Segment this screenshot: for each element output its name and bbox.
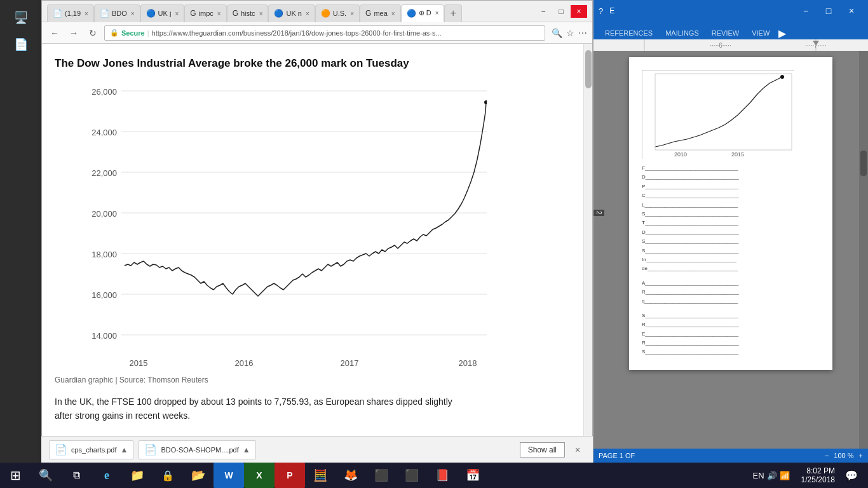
taskbar-app3-button[interactable]: ⬛: [397, 463, 427, 488]
word-sidebar-icon-1[interactable]: 🖥️: [6, 5, 36, 30]
download-bar-close-button[interactable]: ×: [570, 442, 585, 458]
browser-tab-4[interactable]: G impc ×: [184, 4, 226, 22]
taskbar-excel-button[interactable]: X: [244, 463, 275, 488]
more-options-icon[interactable]: ⋯: [578, 28, 587, 38]
word-scrollbar-track[interactable]: [859, 51, 868, 449]
tab-5-label: histc: [241, 10, 255, 17]
tab-mailings[interactable]: MAILINGS: [659, 27, 705, 39]
browser-tab-7[interactable]: 🟠 U.S. ×: [315, 4, 360, 22]
taskbar-firefox-button[interactable]: 🦊: [336, 463, 366, 488]
svg-text:2018: 2018: [459, 358, 477, 368]
browser-tab-9[interactable]: 🔵 ⊕ D ×: [401, 4, 445, 22]
word-doc-chart: 2010 2015: [642, 70, 794, 159]
browser-close-button[interactable]: ×: [571, 5, 587, 18]
address-field[interactable]: 🔒 Secure | https://www.theguardian.com/b…: [104, 25, 545, 41]
download-item-1[interactable]: 📄 cps_charts.pdf ▲: [49, 440, 133, 459]
address-bar: ← → ↻ 🔒 Secure | https://www.theguardian…: [42, 22, 592, 44]
ribbon-more-icon[interactable]: ▶: [778, 27, 786, 39]
taskbar-app2-button[interactable]: ⬛: [366, 463, 397, 488]
taskbar-word-button[interactable]: W: [214, 463, 244, 488]
tab-references[interactable]: REFERENCES: [599, 27, 659, 39]
browser-window: 📄 (1,19 × 📄 BDO × 🔵 UK j × G impc × G: [41, 0, 593, 463]
taskbar-explorer-button[interactable]: 📁: [122, 463, 153, 488]
word-window: ? E − □ × REFERENCES MAILINGS REVIEW VIE…: [593, 0, 868, 463]
svg-text:2010: 2010: [674, 151, 687, 158]
tab-view[interactable]: VIEW: [745, 27, 776, 39]
language-indicator[interactable]: EN: [753, 471, 764, 480]
word-status-bar: PAGE 1 OF − 100 % +: [593, 449, 868, 463]
word-titlebar: ? E − □ ×: [593, 0, 868, 22]
word-restore-button[interactable]: □: [817, 0, 840, 22]
word-doc-text: F_________________________________ D____…: [642, 164, 820, 357]
new-tab-button[interactable]: +: [444, 4, 461, 22]
tab-7-icon: 🟠: [321, 9, 330, 18]
tab-9-close[interactable]: ×: [435, 10, 439, 17]
word-close-button[interactable]: ×: [840, 0, 863, 22]
taskbar-clock[interactable]: 8:02 PM 1/25/2018: [795, 466, 841, 484]
tab-7-close[interactable]: ×: [350, 10, 354, 17]
notification-area: EN 🔊 📶: [748, 471, 795, 480]
search-icon[interactable]: 🔍: [552, 28, 562, 38]
browser-tab-8[interactable]: G mea ×: [360, 4, 401, 22]
tab-4-close[interactable]: ×: [217, 10, 221, 17]
volume-icon[interactable]: 🔊: [767, 471, 777, 480]
browser-tab-5[interactable]: G histc ×: [227, 4, 269, 22]
word-app-icon: ?: [599, 6, 603, 16]
taskbar-acrobat-button[interactable]: 📕: [427, 463, 458, 488]
tab-4-label: impc: [199, 10, 214, 17]
forward-button[interactable]: →: [66, 25, 81, 41]
tab-8-icon: G: [365, 9, 371, 18]
taskbar-edge-button[interactable]: e: [92, 463, 122, 488]
tab-2-icon: 📄: [100, 9, 109, 18]
download-item-2[interactable]: 📄 BDO-SOA-SHOPM....pdf ▲: [139, 440, 255, 459]
zoom-out-button[interactable]: −: [825, 452, 829, 459]
download-bar: 📄 cps_charts.pdf ▲ 📄 BDO-SOA-SHOPM....pd…: [41, 436, 593, 463]
word-minimize-button[interactable]: −: [794, 0, 817, 22]
taskbar-app-button-1[interactable]: 📂: [183, 463, 214, 488]
pdf-icon-2: 📄: [144, 444, 157, 456]
pdf-icon-1: 📄: [55, 444, 67, 456]
start-button[interactable]: ⊞: [0, 463, 31, 488]
word-scrollbar-thumb[interactable]: [860, 151, 867, 176]
tab-3-close[interactable]: ×: [175, 10, 179, 17]
download-chevron-2[interactable]: ▲: [243, 445, 250, 454]
tab-8-close[interactable]: ×: [391, 10, 395, 17]
tab-2-close[interactable]: ×: [131, 10, 135, 17]
browser-maximize-button[interactable]: □: [553, 5, 569, 18]
back-button[interactable]: ←: [47, 25, 62, 41]
taskbar-calculator-button[interactable]: 🧮: [305, 463, 336, 488]
tab-1-icon: 📄: [53, 9, 62, 18]
show-all-button[interactable]: Show all: [520, 442, 565, 458]
bookmark-icon[interactable]: ☆: [566, 28, 574, 38]
taskbar-powerpoint-button[interactable]: P: [275, 463, 305, 488]
svg-text:20,000: 20,000: [92, 209, 117, 219]
taskbar-calendar-button[interactable]: 📅: [458, 463, 488, 488]
tab-5-icon: G: [233, 9, 238, 18]
tab-1-close[interactable]: ×: [85, 10, 88, 17]
taskbar-search-button[interactable]: 🔍: [31, 463, 61, 488]
taskbar-lock-button[interactable]: 🔒: [153, 463, 183, 488]
zoom-in-button[interactable]: +: [859, 452, 863, 459]
word-page-status: PAGE 1 OF: [599, 452, 635, 459]
svg-text:18,000: 18,000: [92, 250, 117, 259]
refresh-button[interactable]: ↻: [85, 25, 100, 41]
notification-center-icon[interactable]: 💬: [841, 470, 862, 482]
browser-tab-1[interactable]: 📄 (1,19 ×: [47, 4, 94, 22]
tab-6-close[interactable]: ×: [306, 10, 309, 17]
scroll-thumb[interactable]: [585, 50, 592, 88]
scroll-track[interactable]: [583, 44, 592, 462]
tab-6-icon: 🔵: [274, 9, 283, 18]
svg-text:2015: 2015: [731, 151, 744, 158]
browser-win-controls: − □ ×: [535, 5, 587, 18]
taskbar-taskview-button[interactable]: ⧉: [61, 463, 92, 488]
browser-tab-2[interactable]: 📄 BDO ×: [94, 4, 140, 22]
tab-5-close[interactable]: ×: [259, 10, 263, 17]
browser-minimize-button[interactable]: −: [535, 5, 552, 18]
download-chevron-1[interactable]: ▲: [121, 445, 128, 454]
word-sidebar-icon-2[interactable]: 📄: [6, 32, 36, 57]
browser-tab-6[interactable]: 🔵 UK n ×: [268, 4, 315, 22]
svg-text:24,000: 24,000: [92, 128, 117, 137]
browser-tab-3[interactable]: 🔵 UK j ×: [140, 4, 185, 22]
network-icon[interactable]: 📶: [780, 471, 790, 480]
tab-review[interactable]: REVIEW: [705, 27, 745, 39]
